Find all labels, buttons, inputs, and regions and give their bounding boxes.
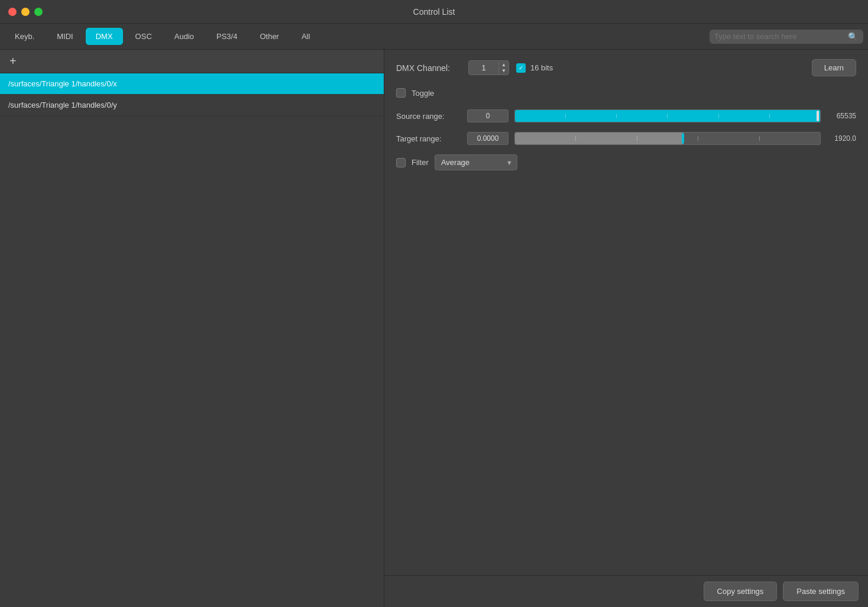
target-range-slider[interactable] <box>514 132 821 145</box>
channel-decrement[interactable]: ▼ <box>499 68 509 74</box>
search-container: 🔍 <box>710 30 863 44</box>
source-range-max: 65535 <box>827 112 856 120</box>
source-range-thumb[interactable] <box>817 111 819 121</box>
tab-audio[interactable]: Audio <box>164 28 204 45</box>
list-toolbar: + <box>0 50 384 73</box>
dmx-channel-label: DMX Channel: <box>396 63 461 73</box>
title-bar: Control List <box>0 0 868 24</box>
learn-button[interactable]: Learn <box>812 59 856 76</box>
filter-label: Filter <box>412 158 429 167</box>
close-button[interactable] <box>8 8 17 16</box>
filter-select-wrapper: Average None Low Pass High Pass ▼ <box>435 154 517 170</box>
target-range-min-input[interactable] <box>467 132 509 145</box>
toggle-checkbox[interactable] <box>396 88 406 98</box>
dmx-channel-row: DMX Channel: ▲ ▼ ✓ 16 bits Learn <box>396 59 856 76</box>
maximize-button[interactable] <box>34 8 43 16</box>
minimize-button[interactable] <box>21 8 30 16</box>
main-area: + /surfaces/Triangle 1/handles/0/x /surf… <box>0 50 868 607</box>
filter-select[interactable]: Average None Low Pass High Pass <box>435 154 517 170</box>
target-range-fill <box>515 133 683 144</box>
dmx-channel-input-container: ▲ ▼ <box>468 60 509 75</box>
channel-increment[interactable]: ▲ <box>499 62 509 68</box>
tick <box>759 136 760 141</box>
target-range-thumb[interactable] <box>682 133 684 144</box>
tab-other[interactable]: Other <box>250 28 289 45</box>
source-range-fill <box>515 110 820 122</box>
search-icon: 🔍 <box>848 32 858 41</box>
window-controls <box>8 8 43 16</box>
control-settings: DMX Channel: ▲ ▼ ✓ 16 bits Learn <box>384 50 868 575</box>
filter-row: Filter Average None Low Pass High Pass ▼ <box>396 154 856 170</box>
target-range-label: Target range: <box>396 134 461 143</box>
source-range-min-input[interactable] <box>467 109 509 122</box>
tab-keyb[interactable]: Keyb. <box>5 28 44 45</box>
filter-checkbox[interactable] <box>396 158 406 167</box>
tab-osc[interactable]: OSC <box>125 28 162 45</box>
left-panel: + /surfaces/Triangle 1/handles/0/x /surf… <box>0 50 384 607</box>
list-item[interactable]: /surfaces/Triangle 1/handles/0/x <box>0 73 384 95</box>
source-range-row: Source range: 65535 <box>396 109 856 122</box>
target-range-max: 1920.0 <box>827 134 856 143</box>
add-item-button[interactable]: + <box>6 53 20 69</box>
right-panel: DMX Channel: ▲ ▼ ✓ 16 bits Learn <box>384 50 868 607</box>
channel-spinners: ▲ ▼ <box>498 62 509 74</box>
search-input[interactable] <box>714 32 844 41</box>
toggle-row: Toggle <box>396 88 856 98</box>
bits-checkbox[interactable]: ✓ <box>516 63 526 73</box>
tab-ps34[interactable]: PS3/4 <box>206 28 247 45</box>
dmx-channel-input[interactable] <box>469 61 498 75</box>
tab-midi[interactable]: MIDI <box>47 28 83 45</box>
toggle-label: Toggle <box>412 89 434 98</box>
list-item[interactable]: /surfaces/Triangle 1/handles/0/y <box>0 95 384 116</box>
tab-dmx[interactable]: DMX <box>86 28 123 45</box>
paste-settings-button[interactable]: Paste settings <box>783 582 859 601</box>
source-range-slider[interactable] <box>514 109 821 122</box>
source-range-label: Source range: <box>396 112 461 121</box>
tab-all[interactable]: All <box>292 28 320 45</box>
tick <box>698 136 698 141</box>
bits-label: 16 bits <box>530 63 553 72</box>
bits-toggle: ✓ 16 bits <box>516 63 553 73</box>
control-list: /surfaces/Triangle 1/handles/0/x /surfac… <box>0 73 384 607</box>
target-range-row: Target range: 1920.0 <box>396 132 856 145</box>
tab-bar: Keyb. MIDI DMX OSC Audio PS3/4 Other All… <box>0 24 868 50</box>
copy-settings-button[interactable]: Copy settings <box>704 582 778 601</box>
window-title: Control List <box>413 7 455 17</box>
bottom-bar: Copy settings Paste settings <box>384 575 868 607</box>
